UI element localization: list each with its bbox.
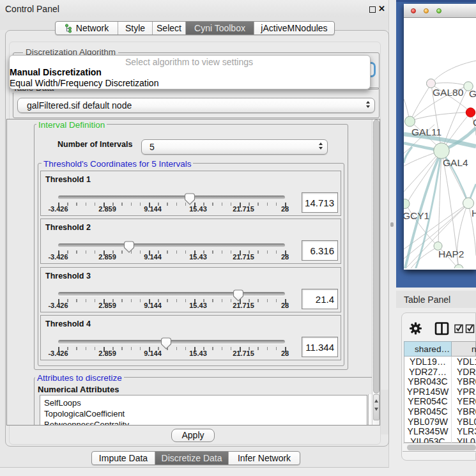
svg-text:GAL11: GAL11	[411, 127, 441, 137]
svg-text:G…: G…	[469, 88, 476, 99]
svg-text:GAL80: GAL80	[433, 87, 464, 98]
svg-text:GCY1: GCY1	[404, 210, 429, 221]
svg-text:GAL4: GAL4	[443, 157, 468, 168]
svg-text:C: C	[473, 117, 476, 128]
svg-text:HAP2: HAP2	[438, 249, 464, 259]
svg-text:H: H	[472, 208, 476, 219]
